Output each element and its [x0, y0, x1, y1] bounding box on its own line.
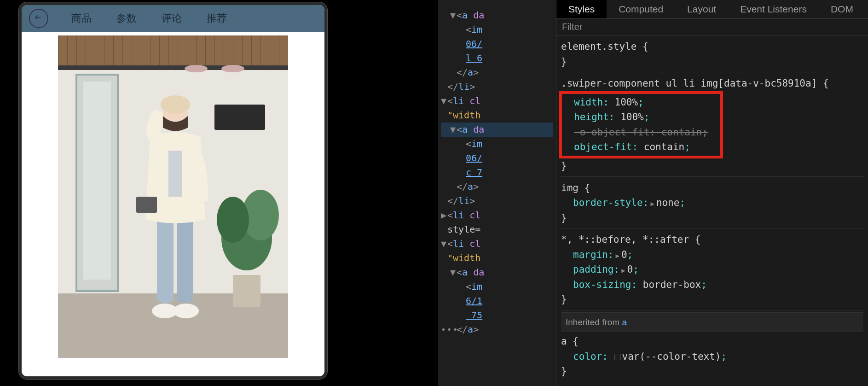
svg-point-20 — [161, 95, 190, 114]
styles-panel: Styles Computed Layout Event Listeners D… — [556, 0, 868, 386]
product-photo — [58, 35, 288, 358]
svg-rect-15 — [177, 211, 193, 303]
devtools: ••• ▼<a da <im 06/ l 6 </a> </li>▼<li cl… — [438, 0, 868, 386]
filter-placeholder: Filter — [562, 20, 582, 34]
mobile-preview-window: 商品 参数 评论 推荐 — [18, 2, 328, 380]
svg-point-13 — [217, 197, 249, 243]
dom-tree-line[interactable]: ▼<li cl — [441, 237, 553, 251]
dom-tree-line[interactable]: <im — [441, 137, 553, 151]
styles-filter[interactable]: Filter — [556, 19, 868, 35]
dom-tree-line[interactable]: 06/ — [441, 37, 553, 51]
mobile-tabs: 商品 参数 评论 推荐 — [71, 12, 227, 25]
svg-point-4 — [185, 65, 208, 72]
tab-params[interactable]: 参数 — [116, 12, 137, 25]
tab-dom[interactable]: DOM — [819, 0, 865, 18]
tab-computed[interactable]: Computed — [607, 0, 675, 18]
product-image-area — [22, 32, 324, 376]
elements-panel[interactable]: ••• ▼<a da <im 06/ l 6 </a> </li>▼<li cl… — [438, 0, 556, 386]
tab-event-listeners[interactable]: Event Listeners — [728, 0, 819, 18]
svg-rect-14 — [157, 211, 174, 303]
dom-tree-line[interactable]: style= — [441, 222, 553, 237]
dom-tree-line[interactable]: ▶<li cl — [441, 208, 553, 222]
svg-point-5 — [221, 65, 244, 72]
dom-tree-line[interactable]: ▼<a da — [441, 265, 553, 280]
tab-recommend[interactable]: 推荐 — [207, 12, 227, 25]
css-rule[interactable]: .swiper-component ul li img[data-v-bc589… — [561, 74, 863, 176]
dom-tree-line[interactable]: 75 — [441, 308, 553, 322]
styles-tabs: Styles Computed Layout Event Listeners D… — [556, 0, 868, 19]
dom-tree-line[interactable]: "width — [441, 108, 553, 123]
dom-tree-line[interactable]: </li> — [441, 194, 553, 208]
svg-point-17 — [173, 304, 199, 318]
dom-tree-line[interactable]: ▼<a da — [441, 123, 553, 137]
dom-tree-line[interactable]: 06/ — [441, 151, 553, 165]
dom-tree-line[interactable]: <im — [441, 23, 553, 37]
tab-layout[interactable]: Layout — [675, 0, 728, 18]
inherited-from-label: Inherited from a — [561, 312, 863, 332]
svg-rect-18 — [168, 151, 182, 197]
css-rule[interactable]: *, *::before, *::after {margin:▶0;paddin… — [561, 230, 863, 310]
mobile-titlebar: 商品 参数 评论 推荐 — [22, 5, 324, 32]
svg-rect-8 — [83, 82, 111, 280]
dom-tree-line[interactable]: "width — [441, 251, 553, 265]
svg-rect-3 — [58, 65, 288, 70]
dom-tree-line[interactable]: ▼<a da — [441, 8, 553, 23]
tab-reviews[interactable]: 评论 — [162, 12, 182, 25]
collapsed-ellipsis-icon: ••• — [441, 323, 459, 336]
tab-product[interactable]: 商品 — [71, 12, 92, 25]
dom-tree-line[interactable]: c 7 — [441, 165, 553, 180]
mobile-viewport: 商品 参数 评论 推荐 — [22, 5, 324, 376]
dom-tree-line[interactable]: <im — [441, 280, 553, 294]
tab-styles[interactable]: Styles — [556, 0, 607, 18]
dom-tree-line[interactable]: ▼<li cl — [441, 94, 553, 108]
svg-rect-9 — [214, 105, 265, 130]
dom-tree-line[interactable]: </a> — [441, 65, 553, 80]
svg-rect-10 — [233, 275, 260, 307]
dom-tree-line[interactable]: 6/1 — [441, 294, 553, 308]
dom-tree-line[interactable]: l 6 — [441, 51, 553, 65]
css-rule[interactable]: img {border-style:▶none;} — [561, 179, 863, 229]
css-rule[interactable]: a {color: var(--color-text);} — [561, 332, 863, 382]
css-rule[interactable]: element.style {} — [561, 37, 863, 72]
dom-tree-line[interactable]: </li> — [441, 80, 553, 94]
rules-list[interactable]: element.style {}.swiper-component ul li … — [556, 35, 868, 386]
back-arrow-icon — [34, 14, 43, 23]
dom-tree-line[interactable]: </a> — [441, 180, 553, 194]
svg-rect-2 — [58, 35, 288, 68]
svg-rect-21 — [136, 197, 157, 213]
back-button[interactable] — [29, 9, 48, 28]
